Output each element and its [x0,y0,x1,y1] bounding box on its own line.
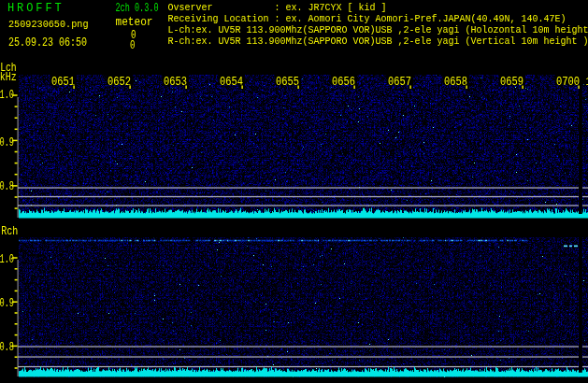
svg-text:Rch: Rch [1,225,18,238]
svg-text:0: 0 [130,39,136,52]
svg-text:R-ch:ex. UV5R 113.900Mhz(SAPPO: R-ch:ex. UV5R 113.900Mhz(SAPPORO VOR)USB… [168,36,588,47]
svg-text:0658: 0658 [444,76,467,89]
svg-text:0651: 0651 [51,76,75,89]
svg-text:0700 10: 0700 10 [556,76,588,89]
svg-text:kHz: kHz [0,71,17,84]
svg-text:0656: 0656 [332,76,355,89]
svg-text:L-ch:ex. UV5R 113.900Mhz(SAPPO: L-ch:ex. UV5R 113.900Mhz(SAPPORO VOR)USB… [168,25,588,35]
svg-text:0.9: 0.9 [0,297,14,310]
svg-text:meteor: meteor [116,16,153,29]
svg-text:0.8: 0.8 [0,341,14,354]
svg-text:0655: 0655 [276,76,299,89]
svg-text:0654: 0654 [220,76,243,89]
svg-text:0.8: 0.8 [0,180,14,193]
svg-text:0653: 0653 [164,76,187,89]
svg-text:Receiving Location : ex. Aomor: Receiving Location : ex. Aomori City Aom… [168,14,566,24]
svg-text:1.0: 1.0 [0,89,14,102]
svg-text:2509230650.png: 2509230650.png [8,20,89,30]
svg-text:Ovserver : ex. JR7CY: Ovserver : ex. JR7CYX [ kid ] [168,3,387,13]
svg-text:2ch 0.3.0: 2ch 0.3.0 [116,2,159,15]
svg-text:HROFFT: HROFFT [7,2,65,15]
svg-text:25.09.23 06:50: 25.09.23 06:50 [8,36,87,50]
svg-text:1.0: 1.0 [0,253,14,266]
svg-text:0657: 0657 [388,76,411,89]
svg-text:0652: 0652 [108,76,131,89]
svg-text:0.9: 0.9 [0,136,14,149]
svg-text:0659: 0659 [500,76,523,89]
